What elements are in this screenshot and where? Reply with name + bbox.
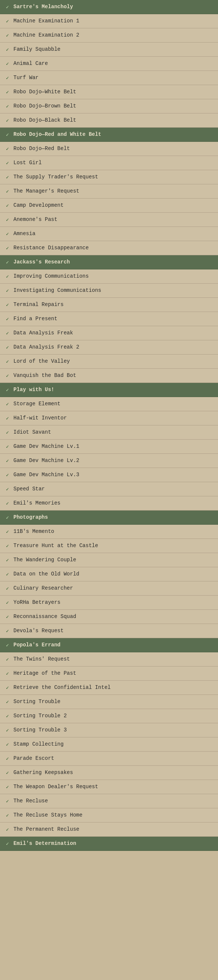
quest-item[interactable]: ✓Lost Girl <box>0 156 218 170</box>
quest-item[interactable]: ✓Investigating Communications <box>0 284 218 298</box>
quest-list: ✓Sartre's Melancholy✓Machine Examination… <box>0 0 218 851</box>
check-icon: ✓ <box>5 259 10 265</box>
quest-label: Lost Girl <box>13 159 213 166</box>
quest-item[interactable]: ✓Speed Star <box>0 482 218 496</box>
quest-item[interactable]: ✓YoRHa Betrayers <box>0 596 218 610</box>
quest-item[interactable]: ✓Animal Care <box>0 57 218 71</box>
quest-item[interactable]: ✓The Weapon Dealer's Request <box>0 780 218 794</box>
quest-item[interactable]: ✓The Permanent Recluse <box>0 822 218 837</box>
quest-label: Data Analysis Freak <box>13 329 213 336</box>
category-header[interactable]: ✓Emil's Determination <box>0 837 218 851</box>
quest-item[interactable]: ✓Robo Dojo—Brown Belt <box>0 99 218 113</box>
quest-item[interactable]: ✓Game Dev Machine Lv.3 <box>0 468 218 482</box>
check-icon: ✓ <box>5 813 10 818</box>
quest-label: Game Dev Machine Lv.3 <box>13 471 213 478</box>
quest-item[interactable]: ✓Game Dev Machine Lv.1 <box>0 440 218 454</box>
quest-label: Sorting Trouble <box>13 698 213 705</box>
quest-label: Heritage of the Past <box>13 670 213 676</box>
quest-item[interactable]: ✓Family Squabble <box>0 43 218 57</box>
quest-item[interactable]: ✓Improving Communications <box>0 269 218 284</box>
quest-item[interactable]: ✓Half-wit Inventor <box>0 411 218 425</box>
category-header[interactable]: ✓Play with Us! <box>0 383 218 397</box>
check-icon: ✓ <box>5 784 10 790</box>
check-icon: ✓ <box>5 657 10 662</box>
category-header[interactable]: ✓Popola's Errand <box>0 638 218 652</box>
quest-label: The Recluse Stays Home <box>13 812 213 818</box>
quest-item[interactable]: ✓Reconnaissance Squad <box>0 610 218 624</box>
quest-item[interactable]: ✓Robo Dojo—Black Belt <box>0 113 218 127</box>
check-icon: ✓ <box>5 741 10 748</box>
quest-label: Game Dev Machine Lv.2 <box>13 457 213 464</box>
quest-item[interactable]: ✓Sorting Trouble 2 <box>0 709 218 723</box>
quest-label: Treasure Hunt at the Castle <box>13 542 213 549</box>
quest-label: Stamp Collecting <box>13 741 213 748</box>
quest-item[interactable]: ✓Heritage of the Past <box>0 667 218 681</box>
quest-item[interactable]: ✓The Wandering Couple <box>0 553 218 567</box>
quest-item[interactable]: ✓Sorting Trouble <box>0 695 218 709</box>
quest-item[interactable]: ✓Game Dev Machine Lv.2 <box>0 454 218 468</box>
check-icon: ✓ <box>5 302 10 308</box>
quest-item[interactable]: ✓Data on the Old World <box>0 567 218 581</box>
quest-item[interactable]: ✓The Supply Trader's Request <box>0 170 218 185</box>
quest-item[interactable]: ✓Resistance Disappearance <box>0 241 218 255</box>
category-label: Emil's Determination <box>13 840 213 847</box>
check-icon: ✓ <box>5 585 10 592</box>
quest-item[interactable]: ✓Culinary Researcher <box>0 581 218 596</box>
quest-item[interactable]: ✓Amnesia <box>0 227 218 241</box>
category-header[interactable]: ✓Jackass's Research <box>0 255 218 269</box>
quest-item[interactable]: ✓Lord of the Valley <box>0 355 218 369</box>
quest-item[interactable]: ✓Machine Examination 2 <box>0 29 218 43</box>
check-icon: ✓ <box>5 4 10 10</box>
check-icon: ✓ <box>5 245 10 251</box>
quest-item[interactable]: ✓Data Analysis Freak <box>0 326 218 340</box>
category-header[interactable]: ✓Sartre's Melancholy <box>0 0 218 14</box>
quest-label: Anemone's Past <box>13 216 213 223</box>
check-icon: ✓ <box>5 174 10 180</box>
quest-item[interactable]: ✓Storage Element <box>0 397 218 411</box>
check-icon: ✓ <box>5 798 10 804</box>
quest-label: Data Analysis Freak 2 <box>13 344 213 350</box>
quest-item[interactable]: ✓Find a Present <box>0 312 218 326</box>
quest-item[interactable]: ✓Robo Dojo—White Belt <box>0 85 218 99</box>
quest-item[interactable]: ✓Gathering Keepsakes <box>0 766 218 780</box>
quest-label: Sorting Trouble 2 <box>13 713 213 719</box>
quest-item[interactable]: ✓Terminal Repairs <box>0 298 218 312</box>
category-label: Popola's Errand <box>13 641 213 648</box>
quest-item[interactable]: ✓Retrieve the Confidential Intel <box>0 681 218 695</box>
check-icon: ✓ <box>5 827 10 833</box>
check-icon: ✓ <box>5 727 10 733</box>
quest-label: Robo Dojo—Red Belt <box>13 145 213 152</box>
category-header[interactable]: ✓Robo Dojo—Red and White Belt <box>0 127 218 142</box>
quest-item[interactable]: ✓Camp Development <box>0 199 218 213</box>
quest-item[interactable]: ✓Robo Dojo—Red Belt <box>0 142 218 156</box>
quest-label: Lord of the Valley <box>13 358 213 364</box>
check-icon: ✓ <box>5 146 10 152</box>
category-header[interactable]: ✓Photographs <box>0 511 218 525</box>
quest-item[interactable]: ✓Stamp Collecting <box>0 737 218 752</box>
quest-item[interactable]: ✓Turf War <box>0 71 218 85</box>
quest-item[interactable]: ✓Parade Escort <box>0 752 218 766</box>
quest-item[interactable]: ✓Devola's Request <box>0 624 218 638</box>
check-icon: ✓ <box>5 274 10 280</box>
check-icon: ✓ <box>5 132 10 138</box>
quest-item[interactable]: ✓The Manager's Request <box>0 185 218 199</box>
check-icon: ✓ <box>5 188 10 194</box>
quest-item[interactable]: ✓Idiot Savant <box>0 425 218 440</box>
quest-item[interactable]: ✓Vanquish the Bad Bot <box>0 369 218 383</box>
check-icon: ✓ <box>5 316 10 322</box>
quest-item[interactable]: ✓The Twins' Request <box>0 652 218 667</box>
check-icon: ✓ <box>5 628 10 634</box>
quest-item[interactable]: ✓Treasure Hunt at the Castle <box>0 539 218 553</box>
quest-label: Gathering Keepsakes <box>13 769 213 776</box>
quest-item[interactable]: ✓Machine Examination 1 <box>0 14 218 29</box>
quest-item[interactable]: ✓11B's Memento <box>0 525 218 539</box>
quest-item[interactable]: ✓The Recluse Stays Home <box>0 808 218 822</box>
check-icon: ✓ <box>5 472 10 478</box>
quest-item[interactable]: ✓Anemone's Past <box>0 213 218 227</box>
quest-item[interactable]: ✓The Recluse <box>0 794 218 808</box>
quest-item[interactable]: ✓Emil's Memories <box>0 496 218 511</box>
quest-item[interactable]: ✓Sorting Trouble 3 <box>0 723 218 737</box>
quest-item[interactable]: ✓Data Analysis Freak 2 <box>0 340 218 355</box>
quest-label: Machine Examination 1 <box>13 18 213 24</box>
check-icon: ✓ <box>5 770 10 776</box>
